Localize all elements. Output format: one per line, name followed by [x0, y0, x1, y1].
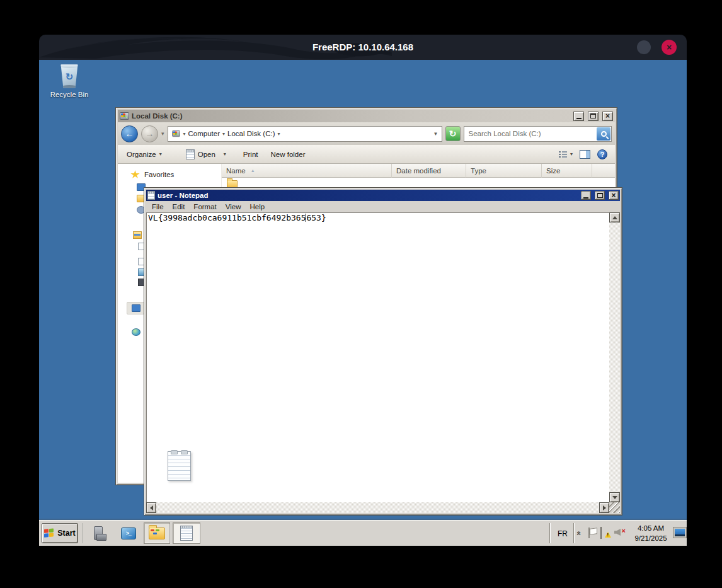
clock-date: 9/21/2025 [627, 533, 674, 543]
explorer-maximize-button[interactable] [588, 112, 599, 121]
taskbar-separator [82, 523, 83, 543]
sort-ascending-icon: ▲ [251, 168, 255, 173]
new-folder-button[interactable]: New folder [271, 151, 306, 158]
breadcrumb-local-disk[interactable]: Local Disk (C:) [227, 130, 275, 137]
menu-view[interactable]: View [221, 203, 246, 210]
scroll-up-button[interactable] [609, 212, 620, 222]
chevron-down-icon: ▾ [224, 151, 226, 157]
folder-icon [149, 527, 165, 539]
chevron-down-icon[interactable]: ▾ [222, 131, 225, 137]
notepad-client-area: VL{3998adcb0ca6911b51cbf6492b365653} [146, 212, 620, 513]
scroll-right-button[interactable] [599, 502, 609, 513]
back-button[interactable]: ← [121, 125, 138, 142]
menu-format[interactable]: Format [189, 203, 221, 210]
powershell-button[interactable]: >_ [118, 524, 139, 543]
flag-text-before-caret: VL{3998adcb0ca6911b51cbf6492b365 [148, 213, 306, 222]
address-bar[interactable]: ▾ Computer ▾ Local Disk (C:) ▾ ▼ [168, 126, 442, 142]
forward-button[interactable]: → [141, 125, 158, 142]
vertical-scroll-track[interactable] [609, 222, 620, 492]
chevron-down-icon: ▾ [159, 151, 162, 157]
column-header-name[interactable]: Name ▲ [222, 164, 392, 178]
language-indicator[interactable]: FR [554, 526, 571, 541]
column-header-size[interactable]: Size [542, 164, 592, 178]
recycle-bin-icon: ↻ [59, 64, 79, 89]
notepad-window: user - Notepad × File Edit Format View H… [144, 187, 622, 516]
remote-display-icon[interactable] [673, 527, 687, 538]
menu-file[interactable]: File [147, 203, 168, 210]
menu-help[interactable]: Help [246, 203, 270, 210]
breadcrumb-computer[interactable]: Computer [188, 130, 221, 137]
taskbar-notepad-button[interactable] [173, 522, 200, 544]
menu-edit[interactable]: Edit [168, 203, 190, 210]
print-label: Print [243, 151, 258, 158]
recent-pages-chevron[interactable]: ▾ [161, 130, 164, 137]
freerdp-minimize-button[interactable] [637, 40, 651, 54]
explorer-titlebar[interactable]: Local Disk (C:) × [118, 110, 615, 122]
notepad-text-area[interactable]: VL{3998adcb0ca6911b51cbf6492b365653} [146, 212, 609, 502]
freerdp-close-button[interactable]: × [662, 40, 677, 55]
search-input[interactable] [464, 130, 597, 137]
preview-pane-button[interactable] [580, 150, 590, 159]
column-header-type[interactable]: Type [466, 164, 542, 178]
print-button[interactable]: Print [243, 151, 258, 158]
recycle-bin-shortcut[interactable]: ↻ Recycle Bin [45, 64, 93, 98]
search-button[interactable] [597, 127, 610, 141]
column-header-stub [592, 164, 615, 178]
explorer-close-button[interactable]: × [602, 112, 613, 121]
notepad-file-icon [186, 149, 195, 159]
column-header-date-modified[interactable]: Date modified [392, 164, 466, 178]
notepad-icon [147, 191, 155, 200]
powershell-icon: >_ [121, 527, 136, 539]
chevron-down-icon[interactable]: ▾ [277, 131, 280, 137]
favorites-label: Favorites [144, 171, 174, 178]
remote-desktop: ↻ Recycle Bin Local Disk (C:) × ← → ▾ ▾ … [39, 60, 687, 546]
close-icon: × [605, 112, 610, 120]
change-view-button[interactable]: ▾ [559, 151, 573, 158]
explorer-title: Local Disk (C:) [132, 112, 570, 120]
taskbar-explorer-button[interactable] [144, 522, 170, 544]
type-header-label: Type [471, 167, 486, 175]
column-headers: Name ▲ Date modified Type Size [222, 164, 615, 178]
forward-arrow-icon: → [146, 129, 154, 139]
horizontal-scroll-track[interactable] [156, 502, 599, 513]
sidebar-item-network-icon[interactable] [132, 328, 140, 336]
start-label: Start [57, 529, 75, 538]
size-header-label: Size [546, 167, 560, 175]
organize-menu-button[interactable]: Organize ▾ [127, 151, 162, 158]
refresh-button[interactable]: ↻ [445, 126, 461, 141]
volume-muted-icon[interactable]: × [614, 527, 626, 537]
server-manager-button[interactable] [88, 524, 108, 543]
explorer-minimize-button[interactable] [573, 112, 584, 121]
freerdp-title: FreeRDP: 10.10.64.168 [39, 35, 687, 60]
scroll-down-button[interactable] [609, 492, 620, 502]
scroll-left-button[interactable] [146, 502, 156, 513]
action-center-flag-icon[interactable] [588, 527, 597, 538]
notepad-minimize-button[interactable] [581, 191, 591, 200]
notepad-close-button[interactable]: × [609, 191, 619, 200]
notepad-maximize-button[interactable] [595, 191, 605, 200]
close-icon: × [667, 42, 672, 52]
horizontal-scrollbar[interactable] [146, 502, 609, 513]
sidebar-item-libraries-icon[interactable] [133, 231, 142, 239]
sidebar-item-computer-icon[interactable] [132, 304, 140, 312]
drive-icon [172, 130, 180, 137]
sidebar-item-favorites[interactable]: Favorites [130, 170, 174, 179]
favorites-star-icon [130, 170, 140, 179]
notepad-titlebar[interactable]: user - Notepad × [146, 190, 620, 201]
search-icon [601, 131, 607, 137]
freerdp-titlebar[interactable]: FreeRDP: 10.10.64.168 × [39, 35, 687, 60]
clock-time: 4:05 AM [627, 523, 674, 533]
show-hidden-icons-button[interactable]: « [575, 531, 583, 536]
chevron-down-icon[interactable]: ▾ [183, 131, 186, 137]
start-button[interactable]: Start [42, 523, 78, 543]
address-history-dropdown[interactable]: ▼ [433, 131, 438, 137]
taskbar-clock[interactable]: 4:05 AM 9/21/2025 [627, 523, 674, 543]
network-status-icon[interactable] [600, 527, 610, 537]
recycle-icon: ↻ [66, 71, 74, 83]
mute-x-icon: × [622, 527, 626, 534]
resize-grip[interactable] [609, 502, 620, 513]
vertical-scrollbar[interactable] [609, 212, 620, 502]
open-menu-button[interactable]: Open ▾ [186, 149, 226, 159]
help-button[interactable]: ? [597, 149, 607, 159]
date-header-label: Date modified [396, 167, 441, 175]
